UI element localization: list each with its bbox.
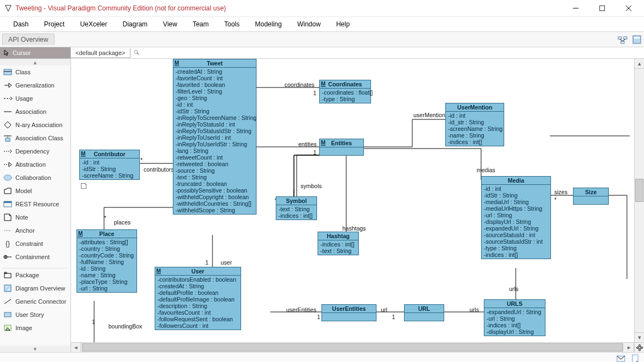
- palette-usage[interactable]: Usage: [0, 92, 70, 105]
- horizontal-scrollbar[interactable]: ◂ ▸: [71, 342, 644, 352]
- palette-containment[interactable]: Containment: [0, 250, 70, 264]
- palette-user-story[interactable]: User Story: [0, 308, 70, 321]
- palette-diagram-overview[interactable]: Diagram Overview: [0, 282, 70, 295]
- class-contributor[interactable]: MContributor -id : int-idStr : String-sc…: [79, 150, 140, 180]
- label-urlsb: urls: [470, 306, 479, 313]
- menu-view[interactable]: View: [155, 17, 185, 31]
- palette-model[interactable]: Model: [0, 184, 70, 198]
- svg-rect-32: [4, 285, 11, 292]
- palette-rest-resource[interactable]: REST Resource: [0, 198, 70, 211]
- palette-dependency[interactable]: Dependency: [0, 145, 70, 158]
- label-url: url: [381, 306, 388, 313]
- palette-nary-association[interactable]: N-ary Association: [0, 118, 70, 131]
- mail-icon[interactable]: [616, 354, 625, 363]
- svg-rect-25: [4, 201, 12, 203]
- menu-window[interactable]: Window: [290, 17, 329, 31]
- svg-rect-20: [6, 138, 10, 141]
- palette-collapse-up[interactable]: ▴: [0, 59, 70, 65]
- vertical-scrollbar[interactable]: ▴ ▾: [634, 59, 644, 342]
- class-media[interactable]: Media -id : int-idStr : String-mediaUrl …: [481, 176, 551, 259]
- menu-diagram[interactable]: Diagram: [115, 17, 155, 31]
- label-one-e: 1: [317, 314, 320, 320]
- class-user[interactable]: MUser -contributorsEnabled : boolean-cre…: [155, 267, 241, 330]
- pan-icon[interactable]: [636, 344, 643, 351]
- svg-rect-33: [6, 286, 7, 287]
- label-sizes: sizes: [554, 189, 567, 195]
- palette-cursor[interactable]: Cursor: [0, 47, 70, 59]
- close-button[interactable]: [618, 1, 640, 16]
- svg-line-35: [4, 299, 11, 304]
- palette-abstraction[interactable]: Abstraction: [0, 158, 70, 171]
- cursor-icon: [3, 50, 10, 56]
- svg-line-8: [623, 39, 625, 41]
- palette-generalization[interactable]: Generalization: [0, 79, 70, 92]
- label-usermentions: userMentions: [413, 112, 448, 118]
- class-entities[interactable]: MEntities: [319, 139, 364, 156]
- label-one-b: 1: [313, 149, 316, 156]
- menu-dash[interactable]: Dash: [6, 17, 36, 31]
- class-size[interactable]: Size: [573, 188, 609, 205]
- tool-palette: Cursor ▴ Class Generalization Usage Asso…: [0, 47, 71, 352]
- class-symbol[interactable]: Symbol -text : String-indices : int[]: [276, 196, 317, 220]
- palette-collapse-down[interactable]: ▾: [0, 345, 70, 352]
- toolbar: API Overview: [0, 32, 644, 47]
- format-icon[interactable]: [632, 35, 642, 45]
- maximize-button[interactable]: [591, 1, 613, 16]
- minimize-button[interactable]: [565, 1, 587, 16]
- search-icon[interactable]: [130, 48, 143, 57]
- svg-rect-34: [8, 289, 10, 290]
- svg-rect-5: [624, 37, 627, 39]
- palette-anchor[interactable]: Anchor: [0, 224, 70, 237]
- label-places: places: [114, 219, 130, 226]
- svg-rect-6: [621, 41, 624, 43]
- label-userentities: userEntities: [286, 306, 316, 313]
- menu-project[interactable]: Project: [36, 17, 72, 31]
- label-one-f: 1: [92, 319, 95, 325]
- label-entities: entities: [298, 141, 316, 147]
- tab-api-overview[interactable]: API Overview: [2, 34, 54, 45]
- class-url[interactable]: URL: [404, 304, 444, 321]
- label-coordinates: coordinates: [285, 81, 314, 88]
- label-medias: medias: [477, 167, 495, 173]
- breadcrumb[interactable]: <default package>: [71, 48, 130, 58]
- class-hashtag[interactable]: Hashtag -indices : int[]-text : String: [318, 232, 359, 255]
- palette-association-class[interactable]: Association Class: [0, 131, 70, 145]
- class-tweet[interactable]: MTweet -createdAt : String-favoriteCount…: [173, 59, 256, 215]
- menu-help[interactable]: Help: [329, 17, 358, 31]
- palette-generic-connector[interactable]: Generic Connector: [0, 295, 70, 308]
- layout-icon[interactable]: [618, 35, 627, 45]
- menu-tools[interactable]: Tools: [216, 17, 247, 31]
- svg-text:{}: {}: [6, 240, 10, 248]
- class-urls[interactable]: URLS -expandedUrl : String-url : String-…: [484, 299, 545, 336]
- palette-collaboration[interactable]: Collaboration: [0, 171, 70, 184]
- class-tweet-attrs: -createdAt : String-favoriteCount : int-…: [173, 68, 256, 214]
- label-star1: *: [140, 157, 143, 163]
- palette-cursor-label: Cursor: [13, 50, 31, 56]
- palette-image[interactable]: Image: [0, 321, 70, 334]
- svg-rect-10: [634, 37, 640, 39]
- palette-note[interactable]: Note: [0, 211, 70, 224]
- report-icon[interactable]: [631, 354, 640, 363]
- svg-rect-36: [4, 312, 11, 317]
- palette-association[interactable]: Association: [0, 105, 70, 118]
- app-icon: [4, 4, 12, 12]
- label-one-a: 1: [313, 90, 316, 96]
- menu-uexceler[interactable]: UeXceler: [72, 17, 114, 31]
- class-usermention[interactable]: UserMention -id : int-id_str : String-sc…: [445, 103, 504, 146]
- menu-modeling[interactable]: Modeling: [247, 17, 290, 31]
- palette-package[interactable]: Package: [0, 268, 70, 282]
- menu-team[interactable]: Team: [185, 17, 216, 31]
- label-user: user: [221, 259, 232, 266]
- class-userentities[interactable]: UserEntities: [321, 304, 376, 321]
- class-coordinates[interactable]: MCoordinates -coordinates : float[]-type…: [319, 80, 371, 103]
- diagram-canvas[interactable]: coordinates 1 entities 1 userMentions * …: [71, 59, 644, 342]
- palette-constraint[interactable]: {}Constraint: [0, 237, 70, 250]
- class-place[interactable]: MPlace -attributes : String[]-country : …: [77, 229, 137, 293]
- svg-point-23: [4, 175, 12, 180]
- menu-bar: Dash Project UeXceler Diagram View Team …: [0, 17, 644, 32]
- status-bar: [0, 352, 644, 362]
- label-hashtags: hashtags: [342, 225, 366, 232]
- label-one-d: 1: [392, 314, 395, 320]
- palette-class[interactable]: Class: [0, 65, 70, 79]
- title-bar: Tweeting - Visual Paradigm Community Edi…: [0, 0, 644, 17]
